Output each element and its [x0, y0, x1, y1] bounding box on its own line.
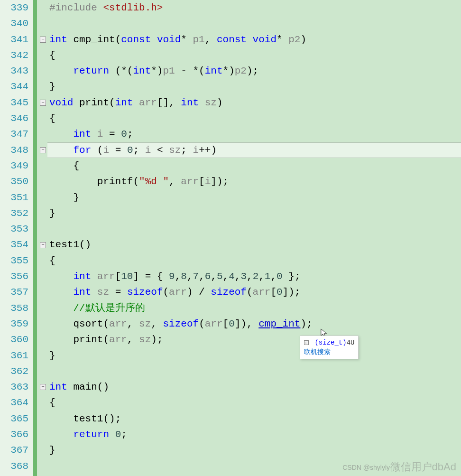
- token-op: ,: [258, 271, 265, 282]
- line-number: 365: [0, 411, 28, 427]
- line-number: 346: [0, 111, 28, 126]
- code-editor[interactable]: 3393403413423433443453463473483493503513…: [0, 0, 461, 476]
- tooltip-online-search[interactable]: 联机搜索: [304, 347, 354, 357]
- token-op: [49, 303, 73, 314]
- token-link[interactable]: cmp_int: [258, 318, 300, 329]
- token-br: (: [115, 34, 121, 45]
- token-op: [49, 271, 73, 282]
- code-line[interactable]: qsort(arr, sz, sizeof(arr[0]), cmp_int);: [47, 316, 461, 332]
- code-line[interactable]: }: [47, 348, 461, 364]
- code-line[interactable]: {: [47, 395, 461, 411]
- token-op: );: [151, 334, 163, 345]
- code-line[interactable]: int arr[10] = { 9,8,7,6,5,4,3,2,1,0 };: [47, 269, 461, 284]
- token-var: i: [97, 129, 103, 140]
- line-number: 362: [0, 364, 28, 379]
- code-line[interactable]: return (*(int*)p1 - *(int*)p2);: [47, 63, 461, 79]
- fold-toggle[interactable]: −: [40, 242, 46, 248]
- token-op: ]);: [211, 176, 229, 187]
- token-id: test1: [49, 413, 103, 424]
- token-id: qsort: [49, 318, 103, 329]
- code-line[interactable]: return 0;: [47, 427, 461, 442]
- token-op: [: [270, 287, 277, 298]
- token-br: {: [49, 255, 55, 266]
- token-num: 0: [277, 271, 283, 282]
- token-br: (: [133, 176, 139, 187]
- tooltip-value: 4U: [347, 339, 355, 346]
- token-op: ,: [169, 176, 181, 187]
- code-line[interactable]: print(arr, sz);: [47, 332, 461, 347]
- token-id: cmp_int: [73, 34, 115, 45]
- code-line[interactable]: {: [47, 111, 461, 126]
- token-var: sz: [139, 334, 151, 345]
- code-line[interactable]: }: [47, 190, 461, 205]
- token-br: {: [49, 397, 55, 408]
- code-line[interactable]: test1(): [47, 237, 461, 252]
- token-br: (: [103, 334, 109, 345]
- line-number: 364: [0, 395, 28, 411]
- token-op: =: [109, 145, 127, 156]
- code-line[interactable]: {: [47, 158, 461, 174]
- token-op: ,: [127, 318, 139, 329]
- token-br: ): [217, 97, 223, 108]
- line-number: 354: [0, 237, 28, 252]
- line-number: 356: [0, 269, 28, 284]
- token-br: {: [49, 50, 55, 61]
- code-line[interactable]: [47, 364, 461, 379]
- code-line[interactable]: #include <stdlib.h>: [47, 0, 461, 16]
- token-op: ,: [175, 271, 181, 282]
- token-op: ) /: [187, 287, 211, 298]
- fold-gutter[interactable]: −−−−−: [33, 0, 47, 476]
- token-num: 7: [193, 271, 199, 282]
- code-line[interactable]: [47, 458, 461, 474]
- token-op: [: [223, 318, 229, 329]
- token-var: i: [205, 176, 211, 187]
- line-number: 357: [0, 284, 28, 300]
- fold-toggle[interactable]: −: [40, 100, 46, 106]
- token-id: test1: [49, 239, 79, 250]
- code-line[interactable]: int main(): [47, 379, 461, 395]
- token-op: ,: [235, 271, 241, 282]
- token-br: (: [247, 287, 253, 298]
- code-line[interactable]: for (i = 0; i < sz; i++): [47, 142, 461, 158]
- code-line[interactable]: [47, 221, 461, 237]
- code-line[interactable]: {: [47, 253, 461, 269]
- token-num: 5: [217, 271, 223, 282]
- code-line[interactable]: test1();: [47, 411, 461, 427]
- token-kw: int: [115, 97, 139, 108]
- code-line[interactable]: printf("%d ", arr[i]);: [47, 174, 461, 189]
- token-br: (: [199, 318, 205, 329]
- token-kw: int: [73, 271, 97, 282]
- line-number: 368: [0, 458, 28, 474]
- token-op: ]);: [283, 287, 301, 298]
- token-br: {: [49, 160, 79, 171]
- code-line[interactable]: }: [47, 205, 461, 221]
- token-op: ,: [151, 318, 163, 329]
- token-id: print: [49, 334, 103, 345]
- fold-toggle[interactable]: −: [40, 37, 46, 43]
- token-cmt: //默认是升序的: [73, 303, 145, 314]
- token-op: ;: [121, 429, 127, 440]
- code-line[interactable]: void print(int arr[], int sz): [47, 95, 461, 111]
- code-line[interactable]: int sz = sizeof(arr) / sizeof(arr[0]);: [47, 284, 461, 300]
- token-id: print: [79, 97, 109, 108]
- fold-toggle[interactable]: −: [40, 384, 46, 390]
- line-number: 341: [0, 32, 28, 47]
- code-line[interactable]: int cmp_int(const void* p1, const void* …: [47, 32, 461, 47]
- line-number: 350: [0, 174, 28, 189]
- fold-toggle[interactable]: −: [40, 147, 46, 153]
- code-area[interactable]: #include <stdlib.h>int cmp_int(const voi…: [47, 0, 461, 476]
- line-number: 367: [0, 442, 28, 458]
- line-number: 359: [0, 316, 28, 332]
- token-op: ,: [223, 271, 229, 282]
- code-line[interactable]: }: [47, 79, 461, 94]
- code-line[interactable]: //默认是升序的: [47, 300, 461, 316]
- token-num: 0: [121, 129, 127, 140]
- token-op: };: [283, 271, 301, 282]
- token-pre: #include: [49, 2, 103, 13]
- code-line[interactable]: int i = 0;: [47, 126, 461, 142]
- token-br: }: [49, 81, 55, 92]
- code-line[interactable]: {: [47, 47, 461, 63]
- token-var: arr: [139, 97, 157, 108]
- code-line[interactable]: }: [47, 442, 461, 458]
- code-line[interactable]: [47, 16, 461, 31]
